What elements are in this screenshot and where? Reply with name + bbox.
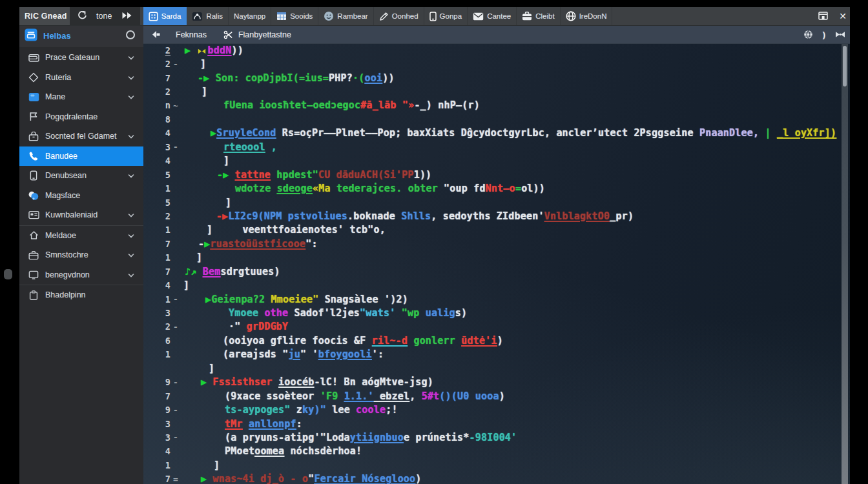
sidebar-item-bhadelpinn[interactable]: Bhadelpinn	[19, 285, 143, 305]
code-token: -▶	[216, 210, 228, 222]
fold-marker[interactable]: -	[170, 378, 181, 387]
toolbar-item-flanbyettastne[interactable]: Flanbyettastne	[238, 30, 291, 39]
restore-window-icon[interactable]	[818, 12, 828, 21]
code-token: #ā_lāb "»	[360, 99, 414, 111]
code-token: Shlls	[401, 210, 431, 222]
sidebar-item-denubsean[interactable]: Denubsean	[19, 166, 143, 186]
toolbar-back-icon[interactable]	[151, 30, 161, 39]
code-token: ]	[225, 197, 231, 208]
sidebar-item-benegvdnon[interactable]: benegvdnon	[19, 265, 143, 285]
sidebar-item-pogqdralentae[interactable]: Pogqdralentae	[19, 107, 143, 127]
tab-cleibt[interactable]: Cleibt	[517, 7, 560, 25]
code-token: .boknade	[347, 210, 401, 222]
code-text: ] veenttfoaienotes' tcb"o,	[181, 224, 386, 236]
toolbar-right: )	[803, 30, 850, 39]
ring-icon[interactable]	[125, 30, 136, 43]
code-text: ▶ Fssisthser ioocéb-lC! Bn aógMtve-jsg)	[181, 376, 433, 388]
fold-marker[interactable]: -	[170, 142, 181, 152]
code-token: ▶	[201, 473, 212, 484]
line-number: 4	[143, 156, 170, 166]
code-token: tMr	[225, 418, 243, 430]
fold-marker[interactable]: ~	[170, 101, 181, 110]
fold-marker[interactable]: -	[170, 405, 181, 415]
screen-edge-handle[interactable]	[4, 269, 12, 279]
code-token: anllonpf	[249, 418, 296, 430]
code-token: ▶	[205, 294, 211, 305]
pencil-icon	[379, 12, 389, 21]
code-token: bddN	[207, 45, 231, 56]
tab-sarda[interactable]: Sarda	[143, 7, 187, 25]
code-token: ,	[409, 390, 421, 402]
sidebar-item-magsface[interactable]: Magsface	[19, 186, 143, 206]
globe-small-icon[interactable]	[803, 30, 813, 39]
code-token: Rs=oçPr——Plnet——Pop; baxXiats Dĝcydoctgy…	[276, 127, 699, 139]
bowtie-small-icon[interactable]	[835, 31, 845, 38]
code-token: ]	[209, 363, 214, 374]
editor-scrollbar-thumb[interactable]	[843, 46, 847, 86]
toolbar-item-feknnas[interactable]: Feknnas	[176, 30, 207, 39]
sidebar-item-label: Meldaoe	[45, 231, 76, 240]
close-icon[interactable]: ✕	[839, 12, 847, 21]
code-token: ioocéb	[278, 376, 314, 388]
code-token: , sedoyths ZIdbeen'	[431, 210, 544, 222]
home-icon	[26, 230, 41, 240]
code-token: _l oyXfr])	[777, 127, 836, 139]
code-token: rteoool	[223, 141, 265, 153]
tab-sooids[interactable]: Sooids	[271, 7, 318, 25]
line-number: 3	[143, 142, 170, 152]
fold-marker[interactable]: -	[170, 59, 181, 69]
sidebar-item-label: Kuwnbaleniaid	[45, 210, 98, 219]
code-line: 2▶ bddN))	[143, 44, 841, 57]
code-editor[interactable]: 2▶ bddN))2-]7-▶ Son: copDjpbI(=ius=PHP?·…	[143, 44, 850, 484]
box-icon	[26, 132, 41, 141]
mail-icon	[473, 12, 484, 21]
sidebar-item-label: Socnted fel Gdamet	[45, 132, 116, 141]
line-number: 3	[143, 308, 170, 318]
sidebar-item-banudee[interactable]: Banudee	[19, 146, 143, 166]
editor-scrollbar-track[interactable]	[842, 44, 848, 484]
code-token: Son: copDjpbI(=ius=	[216, 72, 329, 84]
fold-marker[interactable]: -	[170, 432, 181, 442]
code-token: ol))	[521, 183, 545, 194]
tab-cantee[interactable]: Cantee	[468, 7, 517, 25]
code-token: bfoygooli	[318, 348, 372, 360]
paren-icon[interactable]: )	[823, 30, 825, 39]
sidebar-item-ruteria[interactable]: Ruteria	[19, 68, 143, 88]
sidebar-item-mane[interactable]: Mane	[19, 87, 143, 107]
line-number: 2	[143, 59, 170, 69]
fold-marker[interactable]: -	[170, 322, 181, 332]
book-icon	[192, 12, 203, 21]
line-number: 4	[143, 128, 170, 138]
tab-oonhed[interactable]: Oonhed	[374, 7, 424, 25]
line-number: 7	[143, 239, 170, 249]
code-token: SruyleCond	[216, 127, 276, 139]
nav-forward-icon[interactable]	[121, 12, 132, 21]
tab-rambear[interactable]: Rambear	[318, 7, 373, 25]
sidebar-item-prace-gateaun[interactable]: Prace Gateaun	[19, 48, 143, 68]
sidebar-header[interactable]: Helbas	[19, 26, 143, 46]
tab-naytanpp[interactable]: Naytanpp	[229, 7, 271, 25]
code-token: "wats'	[360, 307, 395, 319]
code-text: -▶ruastoūüstficooe":	[181, 238, 318, 250]
code-token: s)	[455, 307, 467, 319]
fold-marker[interactable]: -	[170, 294, 181, 304]
code-line: 4▶SruyleCond Rs=oçPr——Plnet——Pop; baxXia…	[143, 126, 841, 140]
tab-iredonn[interactable]: IreDonN	[561, 7, 613, 25]
code-text: ts-aypoges" zky)" lee coole;!	[181, 404, 398, 416]
sidebar-item-socnted-fel-gdamet[interactable]: Socnted fel Gdamet	[19, 126, 143, 146]
scissors-icon	[223, 30, 233, 39]
nav-back-icon[interactable]	[78, 11, 87, 22]
tab-ralis[interactable]: Ralis	[187, 7, 229, 25]
code-token: ':	[372, 348, 384, 360]
sidebar-item-meldaoe[interactable]: Meldaoe	[19, 225, 143, 246]
code-token: sdeoge	[277, 183, 313, 194]
fold-marker[interactable]: =	[170, 474, 181, 484]
tab-gonpa[interactable]: Gonpa	[424, 7, 468, 25]
code-token: ooi	[365, 72, 383, 84]
code-token: sdrgtuues)	[220, 266, 280, 277]
code-text: ]	[181, 252, 202, 263]
code-line: 7=▶ wnas~4i dj_ò - o"Fercair Nóseglooo)	[143, 472, 841, 484]
sidebar-item-smnstochre[interactable]: Smnstochre	[19, 245, 143, 265]
code-token: ▶	[201, 376, 212, 388]
sidebar-item-kuwnbaleniaid[interactable]: Kuwnbaleniaid	[19, 205, 143, 225]
